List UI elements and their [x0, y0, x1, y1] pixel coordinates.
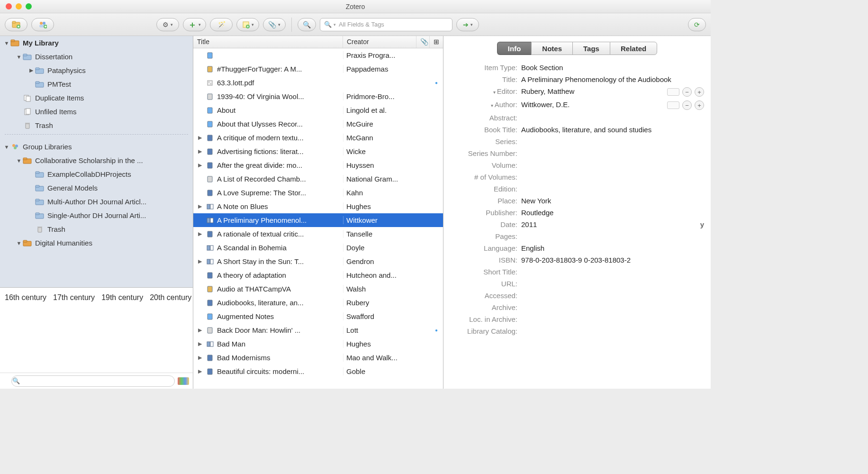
expand-icon[interactable]: ▶	[193, 148, 207, 155]
value-book-title[interactable]: Audiobooks, literature, and sound studie…	[521, 126, 704, 134]
tab-info[interactable]: Info	[497, 42, 532, 55]
tree-row[interactable]: PMTest	[0, 77, 193, 91]
expand-icon[interactable]: ▶	[193, 162, 207, 168]
advanced-search-button[interactable]: 🔍	[298, 18, 316, 31]
expand-icon[interactable]: ▶	[193, 327, 207, 333]
swap-names-button[interactable]	[667, 88, 679, 96]
new-note-button[interactable]: ▾	[236, 18, 259, 31]
tag-color-button[interactable]	[178, 377, 189, 385]
tag[interactable]: 20th century	[150, 293, 191, 301]
item-row[interactable]: 63.3.lott.pdf●	[193, 76, 443, 90]
value-date[interactable]: 2011	[521, 220, 700, 228]
item-row[interactable]: Audio at THATCampVAWalsh	[193, 282, 443, 296]
item-row[interactable]: ▶Advertising fictions: literat...Wicke	[193, 145, 443, 158]
value-editor[interactable]: Rubery, Matthew	[521, 87, 667, 95]
remove-creator-button[interactable]: −	[682, 100, 692, 110]
item-row[interactable]: ▶A rationale of textual critic...Tansell…	[193, 227, 443, 241]
disclosure-icon[interactable]: ▼	[15, 158, 23, 164]
search-input[interactable]: 🔍▾All Fields & Tags	[320, 18, 452, 31]
collections-tree[interactable]: ▼ My Library ▼Dissertation▶PataphysicsPM…	[0, 36, 193, 287]
value-item-type[interactable]: Book Section	[521, 64, 704, 72]
tree-row[interactable]: ▼Collaborative Scholarship in the ...	[0, 154, 193, 167]
column-title[interactable]: Title	[193, 36, 343, 48]
tree-row[interactable]: Trash	[0, 118, 193, 132]
actions-button[interactable]: ⚙▾	[156, 18, 179, 31]
locate-button[interactable]: ➔▾	[456, 18, 479, 31]
add-creator-button[interactable]: +	[695, 100, 704, 110]
value-publisher[interactable]: Routledge	[521, 209, 704, 217]
disclosure-icon[interactable]: ▼	[15, 240, 23, 246]
swap-names-button[interactable]	[667, 101, 679, 109]
tree-row[interactable]: General Models	[0, 181, 193, 195]
my-library-row[interactable]: ▼ My Library	[0, 36, 193, 50]
tag-selector[interactable]: 16th century17th century19th century20th…	[0, 287, 193, 373]
disclosure-icon[interactable]: ▶	[27, 67, 35, 73]
item-row[interactable]: A Scandal in BohemiaDoyle	[193, 241, 443, 255]
item-row[interactable]: ▶Bad ManHughes	[193, 337, 443, 351]
disclosure-icon[interactable]: ▼	[15, 54, 23, 60]
item-row[interactable]: 1939-40: Of Virginia Wool...Pridmore-Bro…	[193, 90, 443, 103]
label-author[interactable]: ▾ Author:	[450, 100, 521, 109]
tab-tags[interactable]: Tags	[572, 42, 610, 55]
item-row[interactable]: About that Ulysses Recor...McGuire	[193, 117, 443, 131]
tree-row[interactable]: Unfiled Items	[0, 105, 193, 118]
expand-icon[interactable]: ▶	[193, 135, 207, 141]
tab-notes[interactable]: Notes	[531, 42, 572, 55]
add-creator-button[interactable]: +	[695, 87, 704, 97]
new-item-button[interactable]: ＋▾	[183, 18, 206, 31]
tree-row[interactable]: ▼Dissertation	[0, 50, 193, 64]
item-row[interactable]: A theory of adaptationHutcheon and...	[193, 268, 443, 282]
expand-icon[interactable]: ▶	[193, 341, 207, 347]
tree-row[interactable]: Single-Author DH Journal Arti...	[0, 209, 193, 222]
tree-row[interactable]: ▶Pataphysics	[0, 64, 193, 77]
sync-button[interactable]: ⟳	[688, 18, 706, 31]
new-collection-button[interactable]	[5, 18, 27, 31]
item-row[interactable]: ▶A Note on BluesHughes	[193, 200, 443, 213]
expand-icon[interactable]: ▶	[193, 355, 207, 361]
item-row[interactable]: ▶Bad ModernismsMao and Walk...	[193, 351, 443, 365]
item-row[interactable]: #ThuggerForTugger: A M...Pappademas	[193, 62, 443, 76]
tag-filter-input[interactable]	[11, 375, 175, 387]
tree-row[interactable]: Multi-Author DH Journal Articl...	[0, 195, 193, 209]
item-row[interactable]: Augmented NotesSwafford	[193, 310, 443, 323]
item-row[interactable]: AboutLingold et al.	[193, 103, 443, 117]
item-row[interactable]: A List of Recorded Chamb...National Gram…	[193, 172, 443, 186]
tree-row[interactable]: ExampleCollabDHProjects	[0, 167, 193, 181]
item-row[interactable]: Audiobooks, literature, an...Rubery	[193, 296, 443, 310]
expand-icon[interactable]: ▶	[193, 258, 207, 264]
tree-row[interactable]: Trash	[0, 222, 193, 236]
item-row[interactable]: ▶Beautiful circuits: moderni...Goble	[193, 365, 443, 378]
magic-wand-button[interactable]: 🪄	[210, 18, 233, 31]
tag[interactable]: 16th century	[5, 293, 46, 301]
column-attachment-icon[interactable]: 📎	[416, 36, 430, 48]
value-title[interactable]: A Preliminary Phenomenology of the Audio…	[521, 75, 704, 83]
item-row[interactable]: ▶A Short Stay in the Sun: T...Gendron	[193, 255, 443, 268]
column-creator[interactable]: Creator	[343, 36, 416, 48]
expand-icon[interactable]: ▶	[193, 203, 207, 210]
value-language[interactable]: English	[521, 244, 704, 252]
tab-related[interactable]: Related	[610, 42, 657, 55]
item-row[interactable]: Praxis Progra...	[193, 48, 443, 62]
tag[interactable]: 17th century	[53, 293, 95, 301]
item-row[interactable]: ▶After the great divide: mo...Huyssen	[193, 158, 443, 172]
items-list[interactable]: Praxis Progra...#ThuggerForTugger: A M..…	[193, 48, 443, 389]
expand-icon[interactable]: ▶	[193, 231, 207, 237]
value-author[interactable]: Wittkower, D.E.	[521, 100, 667, 109]
value-isbn[interactable]: 978-0-203-81803-9 0-203-81803-2	[521, 256, 704, 264]
chevron-down-icon[interactable]: ▼	[3, 40, 10, 46]
value-place[interactable]: New York	[521, 197, 704, 205]
item-row[interactable]: ▶A critique of modern textu...McGann	[193, 131, 443, 145]
expand-icon[interactable]: ▶	[193, 368, 207, 374]
tree-row[interactable]: Duplicate Items	[0, 91, 193, 105]
tag[interactable]: 19th century	[101, 293, 143, 301]
new-group-button[interactable]	[31, 18, 54, 31]
tree-row[interactable]: ▼Digital Humanities	[0, 236, 193, 250]
item-row[interactable]: ▶Back Door Man: Howlin' ...Lott●	[193, 323, 443, 337]
remove-creator-button[interactable]: −	[682, 87, 692, 97]
attach-button[interactable]: 📎▾	[263, 18, 286, 31]
group-libraries-header[interactable]: ▼ Group Libraries	[0, 140, 193, 154]
chevron-down-icon[interactable]: ▼	[3, 144, 10, 150]
item-row[interactable]: A Love Supreme: The Stor...Kahn	[193, 186, 443, 200]
column-menu-icon[interactable]: ⊞	[430, 36, 443, 48]
item-row[interactable]: A Preliminary Phenomenol...Wittkower	[193, 213, 443, 227]
